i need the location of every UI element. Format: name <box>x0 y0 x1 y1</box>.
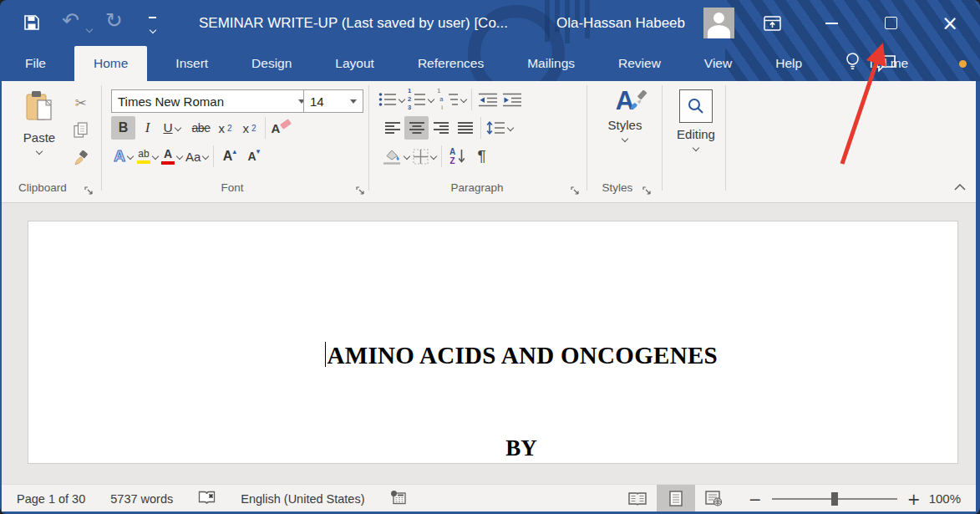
undo-dropdown[interactable] <box>87 20 92 35</box>
superscript-button[interactable]: x2 <box>237 116 262 140</box>
multilevel-list-button[interactable]: 1ai <box>435 88 468 111</box>
document-canvas: AMINO ACIDS AND ONCOGENES BY <box>2 203 976 484</box>
bullets-icon <box>378 92 397 107</box>
underline-button[interactable]: U <box>160 116 184 140</box>
grow-font-button[interactable]: A▴ <box>217 145 241 168</box>
collapse-ribbon-button[interactable] <box>951 176 969 197</box>
minimize-button[interactable] <box>809 0 854 46</box>
borders-button[interactable] <box>411 145 438 168</box>
web-layout-button[interactable] <box>695 485 734 512</box>
undo-button[interactable]: ↶ <box>62 10 79 31</box>
cut-button[interactable]: ✂ <box>69 91 93 115</box>
subscript-icon: x <box>218 121 225 135</box>
tab-review[interactable]: Review <box>605 46 674 81</box>
dialog-launcher-icon <box>356 186 365 196</box>
tab-view[interactable]: View <box>691 46 745 81</box>
save-button[interactable] <box>23 14 40 34</box>
paste-button[interactable]: Paste <box>12 86 67 181</box>
format-painter-button[interactable] <box>69 148 93 171</box>
zoom-out-button[interactable]: − <box>749 490 762 508</box>
styles-dialog-launcher[interactable] <box>642 184 652 194</box>
print-layout-icon <box>669 491 683 506</box>
bold-button[interactable]: B <box>111 116 135 140</box>
avatar[interactable] <box>703 8 734 38</box>
justify-button[interactable] <box>453 116 477 140</box>
increase-indent-button[interactable] <box>500 88 524 111</box>
maximize-restore-button[interactable] <box>868 0 913 46</box>
cut-icon: ✂ <box>74 94 86 111</box>
numbering-button[interactable]: 123 <box>406 88 435 111</box>
zoom-slider[interactable] <box>772 498 897 500</box>
sort-button[interactable]: A Z <box>445 145 470 168</box>
decrease-indent-button[interactable] <box>475 88 500 111</box>
tab-references[interactable]: References <box>404 46 497 81</box>
styles-button[interactable]: A Styles <box>593 84 657 181</box>
font-dialog-launcher[interactable] <box>356 184 366 194</box>
change-case-icon: Aa <box>185 150 201 164</box>
chevron-down-icon <box>176 153 183 160</box>
shading-button[interactable] <box>380 145 411 168</box>
align-right-icon <box>433 121 449 135</box>
title-bar: ↶ ↻ SEMINAR WRITE-UP (Last saved by user… <box>0 0 980 46</box>
tab-label: Help <box>775 56 802 71</box>
tab-design[interactable]: Design <box>238 46 305 81</box>
customize-quick-access-button[interactable] <box>149 17 156 36</box>
line-spacing-button[interactable] <box>485 116 515 140</box>
copy-button[interactable] <box>69 120 93 143</box>
italic-button[interactable]: I <box>135 116 160 140</box>
pilcrow-icon: ¶ <box>477 147 485 165</box>
show-hide-marks-button[interactable]: ¶ <box>470 145 494 168</box>
word-count[interactable]: 5737 words <box>110 492 173 506</box>
text-highlight-button[interactable]: ab <box>135 145 160 168</box>
proofing-status-button[interactable] <box>198 490 216 507</box>
tab-file[interactable]: File <box>12 46 59 81</box>
editing-search-icon <box>679 89 713 123</box>
close-button[interactable]: × <box>927 0 972 46</box>
zoom-slider-thumb[interactable] <box>831 492 838 506</box>
tab-label: Home <box>94 56 128 71</box>
sort-icon: A Z <box>449 147 455 165</box>
account-user-name[interactable]: Ola-Hassan Habeeb <box>556 0 685 46</box>
comments-button[interactable] <box>876 54 896 76</box>
page-indicator[interactable]: Page 1 of 30 <box>17 492 85 506</box>
shrink-font-button[interactable]: A▾ <box>241 145 266 168</box>
align-left-button[interactable] <box>380 116 404 140</box>
tab-layout[interactable]: Layout <box>322 46 388 81</box>
tab-label: References <box>418 56 484 71</box>
ribbon-display-options-button[interactable] <box>764 16 781 34</box>
font-color-button[interactable]: A <box>160 145 184 168</box>
text-effects-button[interactable]: A <box>111 145 135 168</box>
print-layout-button[interactable] <box>657 485 695 512</box>
clipboard-group-label: Clipboard <box>7 181 79 194</box>
window-title: SEMINAR WRITE-UP (Last saved by user) [C… <box>199 0 508 46</box>
clear-formatting-button[interactable]: A <box>269 116 293 140</box>
align-center-button[interactable] <box>404 116 429 140</box>
clipboard-dialog-launcher[interactable] <box>84 184 94 194</box>
redo-button[interactable]: ↻ <box>105 10 123 31</box>
align-center-icon <box>409 121 425 135</box>
tab-insert[interactable]: Insert <box>162 46 221 81</box>
tab-home[interactable]: Home <box>74 46 147 81</box>
font-family-combobox[interactable]: Times New Roman <box>111 89 312 113</box>
zoom-in-button[interactable]: + <box>907 490 921 508</box>
tab-help[interactable]: Help <box>762 46 815 81</box>
macro-record-button[interactable] <box>390 490 407 507</box>
tab-label: File <box>25 56 46 71</box>
subscript-button[interactable]: x2 <box>213 116 237 140</box>
paste-clipboard-icon <box>24 89 54 126</box>
zoom-level[interactable]: 100% <box>929 491 961 506</box>
document-page[interactable]: AMINO ACIDS AND ONCOGENES BY <box>28 221 958 464</box>
strikethrough-button[interactable]: abe <box>189 116 213 140</box>
change-case-button[interactable]: Aa <box>184 145 210 168</box>
chevron-down-icon <box>693 145 699 151</box>
document-heading: AMINO ACIDS AND ONCOGENES <box>57 342 980 369</box>
font-size-combobox[interactable]: 14 <box>303 89 363 113</box>
tab-mailings[interactable]: Mailings <box>514 46 588 81</box>
read-mode-button[interactable] <box>618 485 657 512</box>
bullets-button[interactable] <box>377 88 406 111</box>
language-indicator[interactable]: English (United States) <box>241 492 364 506</box>
align-right-button[interactable] <box>429 116 453 140</box>
chevron-down-icon <box>399 96 405 103</box>
paragraph-dialog-launcher[interactable] <box>571 184 581 194</box>
editing-button[interactable]: Editing <box>668 86 724 181</box>
